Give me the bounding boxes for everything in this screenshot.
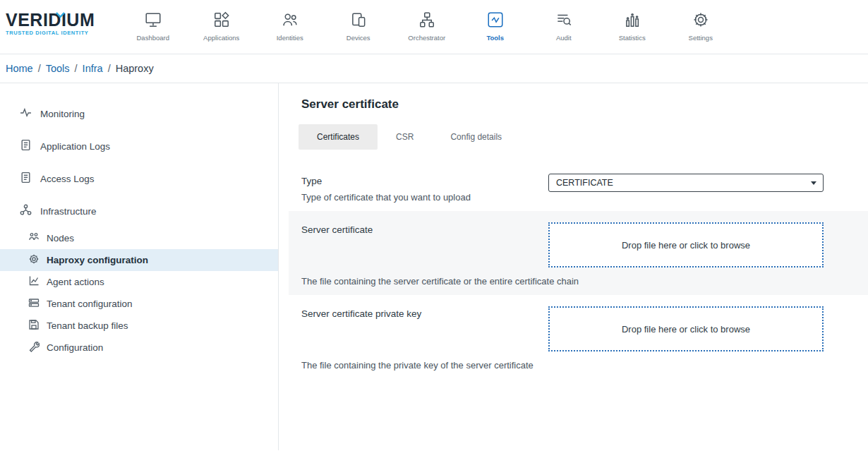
tab-certificates[interactable]: Certificates bbox=[299, 124, 378, 150]
nav-item-applications[interactable]: Applications bbox=[187, 6, 255, 42]
page-title: Server certificate bbox=[301, 97, 868, 112]
dashboard-icon bbox=[119, 7, 187, 32]
document-icon bbox=[20, 139, 32, 153]
sidebar-item-haproxy-configuration[interactable]: Haproxy configuration bbox=[0, 249, 278, 271]
server-stack-icon bbox=[28, 297, 40, 311]
logo-tagline: TRUSTED DIGITAL IDENTITY bbox=[6, 30, 95, 36]
applications-icon bbox=[187, 7, 255, 32]
nav-item-statistics[interactable]: Statistics bbox=[598, 6, 666, 42]
breadcrumb-tools[interactable]: Tools bbox=[46, 63, 70, 74]
breadcrumb-separator: / bbox=[75, 63, 78, 74]
breadcrumb: Home / Tools / Infra / Haproxy bbox=[0, 54, 868, 83]
server-certificate-row: Server certificate Drop file here or cli… bbox=[289, 211, 868, 295]
nodes-icon bbox=[28, 231, 40, 245]
logo-wordmark: VERIDIUM bbox=[6, 11, 95, 29]
devices-icon bbox=[324, 7, 392, 32]
breadcrumb-home[interactable]: Home bbox=[6, 63, 33, 74]
sidebar-item-tenant-configuration[interactable]: Tenant configuration bbox=[0, 293, 278, 315]
nav-item-dashboard[interactable]: Dashboard bbox=[119, 6, 187, 42]
statistics-icon bbox=[598, 7, 666, 32]
nav-item-tools[interactable]: Tools bbox=[461, 6, 529, 42]
save-disk-icon bbox=[28, 319, 40, 332]
private-key-row: Server certificate private key Drop file… bbox=[279, 295, 868, 379]
main-nav: Dashboard Applications Identities Device… bbox=[119, 6, 735, 42]
server-certificate-dropzone[interactable]: Drop file here or click to browse bbox=[548, 222, 824, 267]
breadcrumb-separator: / bbox=[108, 63, 111, 74]
network-icon bbox=[20, 204, 32, 218]
settings-gear-icon bbox=[666, 7, 735, 32]
sidebar-item-agent-actions[interactable]: Agent actions bbox=[0, 271, 278, 293]
private-key-help: The file containing the private key of t… bbox=[301, 360, 824, 371]
certificate-type-select[interactable]: CERTIFICATE bbox=[548, 174, 824, 192]
gear-icon bbox=[28, 253, 40, 267]
breadcrumb-infra[interactable]: Infra bbox=[83, 63, 103, 74]
sidebar-item-monitoring[interactable]: Monitoring bbox=[0, 97, 278, 130]
top-bar: VERIDIUM TRUSTED DIGITAL IDENTITY Dashbo… bbox=[0, 0, 868, 54]
private-key-dropzone[interactable]: Drop file here or click to browse bbox=[548, 306, 824, 351]
main-content: Server certificate Certificates CSR Conf… bbox=[279, 83, 868, 450]
sidebar-item-configuration[interactable]: Configuration bbox=[0, 337, 278, 359]
tab-config-details[interactable]: Config details bbox=[432, 124, 520, 150]
breadcrumb-separator: / bbox=[38, 63, 41, 74]
orchestrator-icon bbox=[392, 7, 461, 32]
nav-item-settings[interactable]: Settings bbox=[666, 6, 735, 42]
chevron-down-icon bbox=[811, 181, 816, 185]
selected-value: CERTIFICATE bbox=[556, 178, 613, 188]
server-certificate-label: Server certificate bbox=[301, 222, 534, 235]
sidebar: Monitoring Application Logs Access Logs … bbox=[0, 83, 279, 450]
tab-bar: Certificates CSR Config details bbox=[299, 124, 868, 150]
veridium-logo[interactable]: VERIDIUM TRUSTED DIGITAL IDENTITY bbox=[6, 11, 95, 36]
wrench-icon bbox=[28, 341, 40, 354]
type-field-row: Type Type of certificate that you want t… bbox=[279, 164, 868, 211]
audit-icon bbox=[529, 7, 598, 32]
certificate-form: Type Type of certificate that you want t… bbox=[279, 164, 868, 379]
document-icon bbox=[20, 172, 32, 186]
tab-csr[interactable]: CSR bbox=[378, 124, 432, 150]
identities-icon bbox=[255, 7, 324, 32]
logo-check-icon bbox=[56, 8, 65, 21]
nav-item-audit[interactable]: Audit bbox=[529, 6, 598, 42]
line-chart-icon bbox=[28, 275, 40, 289]
sidebar-item-access-logs[interactable]: Access Logs bbox=[0, 162, 278, 195]
nav-item-devices[interactable]: Devices bbox=[324, 6, 392, 42]
tools-icon bbox=[461, 7, 529, 32]
type-field-help: Type of certificate that you want to upl… bbox=[301, 192, 534, 203]
breadcrumb-current-haproxy: Haproxy bbox=[116, 63, 154, 74]
type-field-label: Type bbox=[301, 174, 534, 186]
sidebar-item-nodes[interactable]: Nodes bbox=[0, 227, 278, 249]
sidebar-item-infrastructure[interactable]: Infrastructure bbox=[0, 195, 278, 227]
nav-item-orchestrator[interactable]: Orchestrator bbox=[392, 6, 461, 42]
nav-item-identities[interactable]: Identities bbox=[255, 6, 324, 42]
server-certificate-help: The file containing the server certifica… bbox=[301, 276, 824, 287]
monitoring-pulse-icon bbox=[20, 107, 32, 121]
sidebar-item-application-logs[interactable]: Application Logs bbox=[0, 130, 278, 162]
sidebar-item-tenant-backup-files[interactable]: Tenant backup files bbox=[0, 315, 278, 337]
private-key-label: Server certificate private key bbox=[301, 306, 534, 319]
